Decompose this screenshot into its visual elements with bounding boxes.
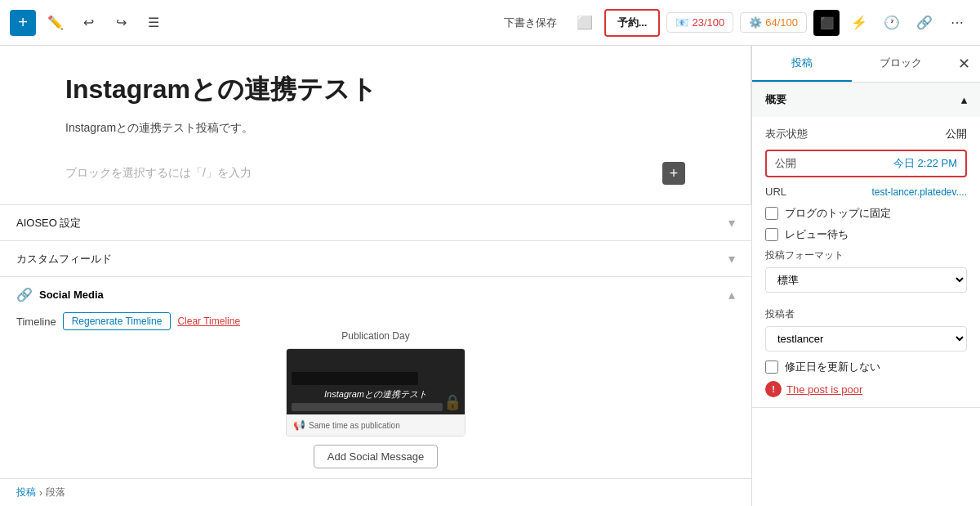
sidebar-tabs: 投稿 ブロック ✕	[752, 46, 980, 83]
publication-area: Publication Day Instagramとの連携テスト 🔒 📢	[16, 330, 735, 468]
social-media-header: 🔗 Social Media ▴	[16, 287, 735, 302]
watermark-icon: 🔒	[443, 393, 461, 411]
timeline-area: Timeline Regenerate Timeline Clear Timel…	[16, 312, 735, 330]
post-description: Instagramとの連携テスト投稿です。	[65, 121, 685, 136]
no-update-checkbox[interactable]	[765, 360, 778, 374]
draft-save-button[interactable]: 下書き保存	[496, 11, 565, 35]
block-placeholder-row[interactable]: ブロックを選択するには「/」を入力 +	[65, 155, 685, 191]
seo-score-value: 23/100	[692, 16, 724, 29]
editor-column: Instagramとの連携テスト Instagramとの連携テスト投稿です。 ブ…	[0, 46, 751, 506]
toolbar-left: + ✏️ ↩ ↪ ☰	[10, 10, 489, 36]
social-card-footer: 📢 Same time as publication	[287, 414, 465, 436]
card-footer-text: Same time as publication	[309, 421, 400, 430]
redo-button[interactable]: ↪	[108, 10, 134, 36]
social-card-black-bar	[292, 372, 418, 385]
breadcrumb: 投稿 › 段落	[0, 478, 751, 506]
no-update-label: 修正日を更新しない	[785, 360, 880, 374]
perf-icon: ⚙️	[749, 16, 762, 29]
summary-toggle-icon: ▴	[961, 94, 967, 106]
toolbar-right: 下書き保存 ⬜ 予約... 📧 23/100 ⚙️ 64/100 ⬛ ⚡ 🕐 🔗…	[496, 9, 970, 37]
publish-label: 公開	[775, 156, 796, 171]
post-title: Instagramとの連携テスト	[65, 72, 685, 108]
aioseo-section-header[interactable]: AIOSEO 設定 ▾	[0, 205, 751, 240]
pin-label: ブログのトップに固定	[785, 206, 891, 221]
bottom-sections: AIOSEO 設定 ▾ カスタムフィールド ▾ 🔗 Social Media ▴…	[0, 204, 751, 478]
clear-timeline-button[interactable]: Clear Timeline	[177, 316, 240, 327]
poor-label: The post is poor	[786, 383, 862, 396]
social-media-label: Social Media	[39, 289, 104, 301]
social-media-icon: 🔗	[16, 287, 33, 302]
display-state-row: 表示状態 公開	[765, 127, 967, 141]
social-card-image: Instagramとの連携テスト 🔒	[287, 349, 465, 414]
right-sidebar: 投稿 ブロック ✕ 概要 ▴ 表示状態 公開 公開 今日 2:22 PM	[751, 46, 980, 506]
review-checkbox[interactable]	[765, 228, 778, 241]
pin-checkbox-row: ブログのトップに固定	[765, 206, 967, 221]
social-media-toggle-icon: ▴	[728, 287, 735, 302]
breadcrumb-separator: ›	[39, 487, 42, 499]
megaphone-icon: 📢	[293, 419, 305, 431]
regenerate-timeline-button[interactable]: Regenerate Timeline	[63, 312, 172, 330]
summary-label: 概要	[765, 92, 786, 107]
display-state-label: 表示状態	[765, 127, 808, 141]
aioseo-label: AIOSEO 設定	[16, 216, 81, 231]
social-card-title: Instagramとの連携テスト	[292, 388, 460, 401]
sidebar-close-button[interactable]: ✕	[951, 51, 977, 77]
tab-block[interactable]: ブロック	[852, 46, 951, 82]
theme-icon: ⬛	[820, 16, 834, 29]
publish-highlight-box[interactable]: 公開 今日 2:22 PM	[765, 150, 967, 177]
author-label: 投稿者	[765, 307, 967, 321]
social-media-section: 🔗 Social Media ▴ Timeline Regenerate Tim…	[0, 276, 751, 478]
breadcrumb-current: 段落	[46, 486, 65, 499]
summary-section-header[interactable]: 概要 ▴	[752, 83, 980, 117]
social-media-title-area: 🔗 Social Media	[16, 287, 104, 302]
aioseo-toggle-icon: ▾	[728, 215, 735, 231]
more-options-button[interactable]: ⋯	[944, 10, 970, 36]
format-select[interactable]: 標準 画像 動画 引用	[765, 267, 967, 293]
pub-day-label: Publication Day	[16, 330, 735, 342]
seo-icon: 📧	[675, 16, 688, 29]
url-row: URL test-lancer.platedev....	[765, 186, 967, 198]
url-label: URL	[765, 186, 786, 198]
publish-value: 今日 2:22 PM	[893, 156, 957, 171]
list-view-button[interactable]: ☰	[140, 10, 167, 36]
custom-fields-label: カスタムフィールド	[16, 252, 112, 266]
lightning-button[interactable]: ⚡	[846, 10, 872, 36]
share-icon-button[interactable]: 🔗	[911, 10, 938, 36]
pin-checkbox[interactable]	[765, 207, 778, 220]
add-social-message-button[interactable]: Add Social Message	[314, 445, 439, 468]
view-icon[interactable]: ⬜	[572, 10, 598, 36]
edit-icon-button[interactable]: ✏️	[42, 10, 69, 36]
review-label: レビュー待ち	[785, 227, 849, 242]
theme-toggle[interactable]: ⬛	[813, 10, 840, 36]
review-checkbox-row: レビュー待ち	[765, 227, 967, 242]
author-select[interactable]: testlancer	[765, 326, 967, 352]
custom-fields-section-header[interactable]: カスタムフィールド ▾	[0, 240, 751, 276]
summary-section: 概要 ▴ 表示状態 公開 公開 今日 2:22 PM URL test-lanc…	[752, 83, 980, 408]
summary-content: 表示状態 公開 公開 今日 2:22 PM URL test-lancer.pl…	[752, 117, 980, 407]
main-area: Instagramとの連携テスト Instagramとの連携テスト投稿です。 ブ…	[0, 46, 980, 506]
perf-score-value: 64/100	[765, 16, 798, 29]
timeline-label: Timeline	[16, 316, 56, 328]
url-value[interactable]: test-lancer.platedev....	[871, 186, 967, 198]
breadcrumb-post-link[interactable]: 投稿	[16, 486, 36, 499]
social-card-sub	[292, 403, 460, 411]
toolbar: + ✏️ ↩ ↪ ☰ 下書き保存 ⬜ 予約... 📧 23/100 ⚙️ 64/…	[0, 0, 980, 46]
clock-icon-button[interactable]: 🕐	[879, 10, 905, 36]
social-card: Instagramとの連携テスト 🔒 📢 Same time as public…	[286, 348, 466, 437]
tab-post[interactable]: 投稿	[752, 46, 852, 82]
custom-fields-toggle-icon: ▾	[728, 251, 735, 266]
perf-score-button[interactable]: ⚙️ 64/100	[740, 12, 807, 33]
schedule-button[interactable]: 予約...	[604, 9, 661, 37]
display-state-value: 公開	[946, 127, 967, 141]
no-update-checkbox-row: 修正日を更新しない	[765, 360, 967, 374]
poor-link[interactable]: ! The post is poor	[765, 381, 967, 397]
undo-button[interactable]: ↩	[75, 10, 101, 36]
poor-icon: !	[765, 381, 782, 397]
editor-area: Instagramとの連携テスト Instagramとの連携テスト投稿です。 ブ…	[0, 46, 751, 204]
block-placeholder-text: ブロックを選択するには「/」を入力	[65, 166, 252, 181]
inline-add-block-button[interactable]: +	[662, 162, 685, 185]
format-label: 投稿フォーマット	[765, 249, 967, 262]
seo-score-button[interactable]: 📧 23/100	[666, 12, 733, 33]
add-block-button[interactable]: +	[10, 10, 36, 36]
